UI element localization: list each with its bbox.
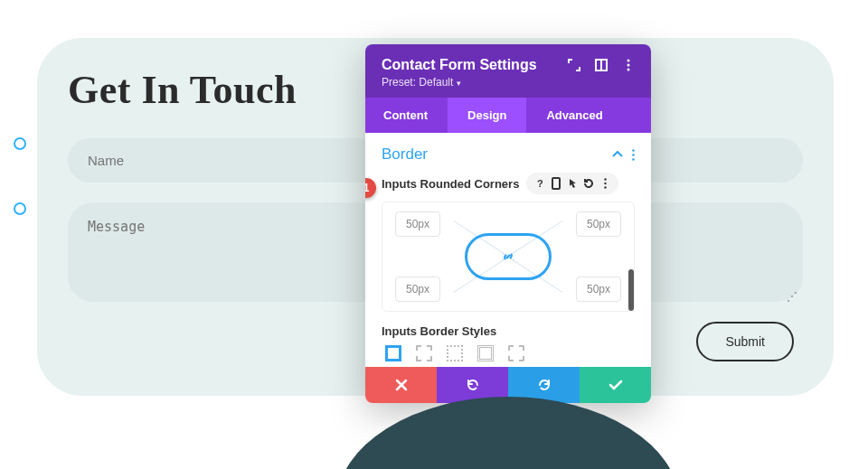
- panel-scrollbar[interactable]: [628, 269, 634, 311]
- corner-top-left-input[interactable]: 50px: [395, 211, 440, 237]
- corner-bottom-left-input[interactable]: 50px: [395, 277, 440, 302]
- corners-label: Inputs Rounded Corners: [382, 177, 519, 191]
- svg-point-6: [632, 154, 635, 156]
- hover-icon[interactable]: [564, 175, 580, 192]
- rounded-corners-control: 50px 50px 50px 50px: [382, 202, 635, 312]
- svg-point-3: [627, 64, 630, 67]
- modal-tabs: Content Design Advanced: [365, 98, 651, 133]
- corners-label-row: Inputs Rounded Corners ?: [382, 173, 635, 194]
- chevron-up-icon[interactable]: [612, 151, 623, 158]
- confirm-button[interactable]: [580, 367, 651, 403]
- kebab-icon[interactable]: [632, 149, 635, 161]
- link-values-toggle[interactable]: [465, 233, 552, 280]
- undo-icon: [466, 378, 480, 392]
- submit-button[interactable]: Submit: [696, 322, 794, 361]
- tab-advanced[interactable]: Advanced: [526, 98, 622, 133]
- corner-bottom-right-input[interactable]: 50px: [576, 277, 621, 302]
- cancel-button[interactable]: [365, 367, 437, 403]
- device-icon[interactable]: [548, 175, 564, 192]
- link-icon: [500, 249, 516, 265]
- preset-label: Preset: Default: [382, 76, 453, 89]
- option-toolbar: ?: [526, 173, 618, 194]
- section-title[interactable]: Border: [382, 145, 428, 164]
- kebab-icon[interactable]: [622, 59, 635, 71]
- preset-selector[interactable]: Preset: Default ▾: [382, 76, 635, 89]
- header-icon-row: [568, 59, 635, 71]
- svg-point-5: [632, 149, 635, 152]
- border-styles-row: [382, 345, 635, 361]
- section-handle-icon[interactable]: [14, 202, 26, 215]
- border-style-groove[interactable]: [508, 345, 524, 361]
- border-styles-label: Inputs Border Styles: [382, 324, 635, 338]
- check-icon: [609, 380, 623, 390]
- svg-point-4: [627, 69, 630, 71]
- help-icon[interactable]: ?: [532, 175, 548, 192]
- svg-point-9: [604, 178, 606, 180]
- page-root: Get In Touch ⋰ Submit Contact Form Setti…: [0, 0, 868, 469]
- columns-icon[interactable]: [595, 59, 608, 71]
- expand-icon[interactable]: [568, 59, 580, 71]
- close-icon: [395, 379, 408, 391]
- svg-rect-8: [552, 178, 560, 189]
- tab-content[interactable]: Content: [365, 98, 448, 133]
- kebab-icon[interactable]: [597, 175, 613, 192]
- resize-handle-icon[interactable]: ⋰: [787, 293, 797, 300]
- corner-top-right-input[interactable]: 50px: [576, 211, 621, 237]
- svg-point-2: [627, 60, 630, 62]
- svg-point-11: [604, 186, 606, 188]
- modal-panel: 1 Border Inputs Rounded Corners ?: [365, 133, 651, 367]
- tab-design[interactable]: Design: [448, 98, 526, 133]
- section-header-row: Border: [382, 145, 635, 164]
- border-style-dotted[interactable]: [447, 345, 463, 361]
- reset-icon[interactable]: [580, 175, 597, 192]
- corner-preview: [454, 220, 562, 293]
- border-style-double[interactable]: [477, 345, 494, 361]
- modal-header: Contact Form Settings Preset: Default ▾: [365, 44, 651, 98]
- callout-marker: 1: [365, 178, 376, 198]
- settings-modal: Contact Form Settings Preset: Default ▾: [365, 44, 651, 403]
- svg-point-10: [604, 183, 606, 184]
- chevron-down-icon: ▾: [457, 79, 461, 88]
- redo-icon: [537, 378, 552, 392]
- decorative-shape: [336, 397, 680, 469]
- border-style-solid[interactable]: [385, 345, 401, 361]
- border-style-dashed[interactable]: [416, 345, 432, 361]
- svg-point-7: [632, 158, 635, 161]
- section-handle-icon[interactable]: [14, 137, 26, 150]
- modal-title: Contact Form Settings: [382, 57, 537, 73]
